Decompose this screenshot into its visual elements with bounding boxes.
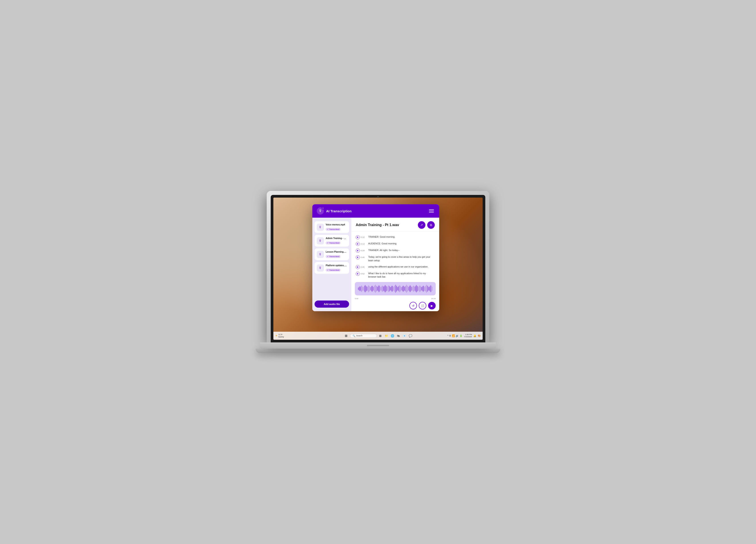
waveform-bar-103 bbox=[429, 287, 430, 291]
waveform-bar-62 bbox=[401, 287, 401, 291]
check-icon-2: ✓ bbox=[327, 255, 329, 257]
copy-button[interactable]: ⧉ bbox=[427, 221, 435, 229]
transcribed-badge-1: ✓ Transcribed bbox=[326, 241, 341, 244]
stop-button[interactable]: ⬜ bbox=[419, 302, 426, 310]
laptop-hinge bbox=[367, 345, 389, 346]
waveform-bar-91 bbox=[421, 287, 421, 291]
sidebar: 🎙 Voice memos.mp4 ✓ Transcribed 🎙 Admin … bbox=[312, 218, 351, 311]
waveform-bar-32 bbox=[380, 287, 381, 291]
taskbar-right: ^ ⚙ 📶 🔊 🔋 2:30 PM 7/15/2024 🔔 🎨 bbox=[447, 334, 481, 338]
tray-battery-icon[interactable]: 🔋 bbox=[459, 335, 463, 337]
waveform-bar-73 bbox=[408, 287, 409, 291]
taskbar-icon-teams[interactable]: 💬 bbox=[408, 333, 413, 339]
play-small-0[interactable] bbox=[356, 235, 360, 239]
transcript-entry-4: 0:45 using the different applications we… bbox=[356, 264, 435, 270]
waveform-bar-85 bbox=[417, 286, 417, 292]
waveform-bar-71 bbox=[407, 286, 408, 292]
time-start: 0:00 bbox=[355, 298, 358, 300]
play-small-5[interactable] bbox=[356, 272, 360, 276]
transcript-text-4: using the different applications we use … bbox=[368, 265, 428, 268]
tray-volume-icon[interactable]: 🔊 bbox=[456, 335, 459, 337]
app-title: AI Transcription bbox=[326, 209, 352, 213]
waveform-bar-80 bbox=[413, 286, 414, 292]
waveform-bar-26 bbox=[376, 286, 376, 292]
waveform-bar-101 bbox=[428, 286, 428, 291]
taskbar-icon-store[interactable]: 🛍 bbox=[396, 333, 401, 339]
transcript-text-2: TRAINER: All right. So today-- bbox=[368, 248, 400, 252]
file-mic-icon-2: 🎙 bbox=[317, 251, 324, 258]
waveform-bar-23 bbox=[374, 286, 374, 291]
taskbar-pinned-icons: ⊞ 📁 🌐 🛍 📧 💬 bbox=[378, 333, 413, 339]
playback-controls: ↺ ⬜ ▶ bbox=[351, 300, 439, 311]
waveform-bar-93 bbox=[422, 286, 423, 291]
waveform-bar-5 bbox=[362, 286, 362, 292]
waveform-bar-2 bbox=[359, 286, 360, 291]
waveform-container[interactable] bbox=[355, 282, 436, 296]
app-window: 🎙 AI Transcription bbox=[312, 204, 439, 311]
sun-icon: ☀ bbox=[275, 334, 278, 337]
time-play-2: 0:29 bbox=[356, 248, 366, 252]
taskbar-icon-widgets[interactable]: ⊞ bbox=[378, 333, 383, 339]
weather-desc: Sunny bbox=[278, 336, 284, 338]
waveform-bar-105 bbox=[431, 285, 431, 292]
waveform-bar-36 bbox=[383, 286, 383, 291]
waveform-bar-96 bbox=[425, 287, 425, 291]
waveform-bar-24 bbox=[375, 286, 375, 292]
waveform-bar-37 bbox=[384, 287, 384, 291]
file-item-2[interactable]: 🎙 Lesson Planning.wav ✓ Transcribed bbox=[315, 248, 349, 260]
waveform-bar-29 bbox=[378, 286, 378, 291]
transcript-entry-0: 0:10 TRAINER: Good morning. bbox=[356, 234, 435, 240]
taskbar-icon-outlook[interactable]: 📧 bbox=[402, 333, 407, 339]
color-icon[interactable]: 🎨 bbox=[478, 335, 481, 337]
add-audio-button[interactable]: Add audio file bbox=[315, 301, 349, 308]
file-item-3[interactable]: 🎙 Platform updates.mp4 ✓ Transcribed bbox=[315, 262, 349, 274]
waveform-bar-18 bbox=[370, 287, 371, 291]
waveform-bar-102 bbox=[429, 287, 429, 291]
play-small-2[interactable] bbox=[356, 248, 360, 252]
waveform-bar-1 bbox=[359, 287, 359, 291]
transcript-entry-3: 0:40 Today, we're going to cover a few a… bbox=[356, 254, 435, 264]
waveform-bar-8 bbox=[364, 287, 364, 291]
waveform-bar-38 bbox=[384, 286, 385, 292]
taskbar-icon-files[interactable]: 📁 bbox=[384, 333, 389, 339]
share-button[interactable]: ↗ bbox=[418, 221, 425, 229]
file-item-0[interactable]: 🎙 Voice memos.mp4 ✓ Transcribed bbox=[315, 221, 349, 233]
play-small-3[interactable] bbox=[356, 255, 360, 259]
waveform-bar-88 bbox=[419, 286, 419, 291]
waveform-bar-92 bbox=[422, 287, 422, 291]
play-small-1[interactable] bbox=[356, 242, 360, 246]
tray-settings-icon[interactable]: ⚙ bbox=[449, 335, 451, 337]
waveform-bar-40 bbox=[386, 286, 386, 292]
system-tray: ^ ⚙ 📶 🔊 🔋 bbox=[447, 335, 463, 337]
file-name-2: Lesson Planning.wav bbox=[326, 250, 347, 253]
notification-icon[interactable]: 🔔 bbox=[473, 335, 476, 337]
rewind-button[interactable]: ↺ bbox=[409, 302, 417, 310]
app-logo: 🎙 AI Transcription bbox=[317, 207, 352, 214]
time-play-4: 0:45 bbox=[356, 265, 366, 269]
taskbar-search[interactable]: 🔍 Search bbox=[350, 334, 377, 338]
windows-start-button[interactable]: ⊞ bbox=[343, 333, 349, 339]
tray-chevron-icon[interactable]: ^ bbox=[447, 335, 448, 337]
taskbar-clock[interactable]: 2:30 PM 7/15/2024 bbox=[464, 334, 472, 338]
file-item-1[interactable]: 🎙 Admin Training - Pt 2.wav ✓ Transcribe… bbox=[315, 235, 349, 246]
play-triangle-0 bbox=[357, 236, 359, 238]
waveform-bar-76 bbox=[411, 286, 411, 292]
taskbar-icon-edge[interactable]: 🌐 bbox=[390, 333, 395, 339]
transcript-text-0: TRAINER: Good morning. bbox=[368, 235, 395, 239]
app-body: 🎙 Voice memos.mp4 ✓ Transcribed 🎙 Admin … bbox=[312, 218, 439, 311]
waveform-bar-13 bbox=[367, 287, 367, 291]
waveform-bar-58 bbox=[398, 287, 398, 291]
play-small-4[interactable] bbox=[356, 265, 360, 269]
check-icon-1: ✓ bbox=[327, 242, 329, 244]
time-play-5: 0:52 bbox=[356, 272, 366, 276]
timestamp-2: 0:29 bbox=[361, 249, 366, 252]
play-button[interactable]: ▶ bbox=[428, 302, 436, 310]
waveform-bar-104 bbox=[430, 286, 430, 292]
waveform-bar-61 bbox=[400, 286, 401, 292]
tray-wifi-icon[interactable]: 📶 bbox=[452, 335, 455, 337]
menu-line-3 bbox=[429, 212, 434, 212]
menu-button[interactable] bbox=[428, 208, 435, 213]
waveform-bar-21 bbox=[372, 286, 373, 291]
file-list: 🎙 Voice memos.mp4 ✓ Transcribed 🎙 Admin … bbox=[315, 221, 349, 274]
time-end: 20:25 bbox=[431, 298, 436, 300]
